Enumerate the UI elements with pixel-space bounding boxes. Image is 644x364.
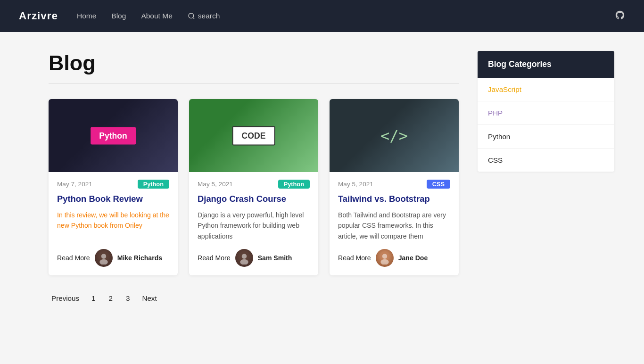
svg-point-7 xyxy=(380,259,389,265)
card-excerpt-2: Both Tailwind and Bootstrap are very pop… xyxy=(338,210,450,242)
nav-link-blog[interactable]: Blog xyxy=(111,12,126,20)
card-footer-1: Read More Sam Smith xyxy=(198,249,310,267)
card-image-2 xyxy=(330,99,459,172)
author-name-1: Sam Smith xyxy=(258,254,292,262)
card-body-1: May 5, 2021 Python Django Crash Course D… xyxy=(189,172,318,275)
page-container: Blog May 7, 2021 Python Python Book Revi… xyxy=(11,32,633,323)
card-tag-1[interactable]: Python xyxy=(278,180,310,189)
card-meta-2: May 5, 2021 CSS xyxy=(338,180,450,189)
card-image-0 xyxy=(49,99,178,172)
sidebar-item-php[interactable]: PHP xyxy=(478,101,614,125)
search-icon xyxy=(188,12,195,20)
cards-grid: May 7, 2021 Python Python Book Review In… xyxy=(49,99,459,275)
card-title-2: Tailwind vs. Bootstrap xyxy=(338,193,450,205)
author-name-0: Mike Richards xyxy=(117,254,162,262)
svg-line-1 xyxy=(193,17,194,19)
sidebar-categories-title: Blog Categories xyxy=(478,51,614,78)
card-tag-0[interactable]: Python xyxy=(138,180,169,189)
svg-point-2 xyxy=(101,254,106,259)
nav-search[interactable]: search xyxy=(188,12,220,20)
author-avatar-0 xyxy=(95,249,113,267)
svg-point-5 xyxy=(240,259,248,265)
nav-brand[interactable]: Arzivre xyxy=(19,10,58,22)
svg-point-3 xyxy=(99,259,108,265)
svg-point-0 xyxy=(189,13,194,18)
sidebar-item-python[interactable]: Python xyxy=(478,125,614,149)
author-avatar-1 xyxy=(235,249,253,267)
read-more-0[interactable]: Read More xyxy=(57,254,90,262)
blog-card-0: May 7, 2021 Python Python Book Review In… xyxy=(49,99,178,275)
pagination-previous[interactable]: Previous xyxy=(49,292,82,304)
author-name-2: Jane Doe xyxy=(398,254,428,262)
page-title: Blog xyxy=(49,51,459,75)
card-title-1: Django Crash Course xyxy=(198,193,310,205)
sidebar-item-javascript[interactable]: JavaScript xyxy=(478,78,614,101)
card-body-2: May 5, 2021 CSS Tailwind vs. Bootstrap B… xyxy=(330,172,459,275)
sidebar-categories: Blog Categories JavaScript PHP Python CS… xyxy=(478,51,614,172)
read-more-2[interactable]: Read More xyxy=(338,254,371,262)
nav-link-home[interactable]: Home xyxy=(77,12,96,20)
svg-point-6 xyxy=(382,254,387,259)
sidebar: Blog Categories JavaScript PHP Python CS… xyxy=(478,51,614,304)
pagination-page-2[interactable]: 2 xyxy=(105,292,116,304)
search-label: search xyxy=(198,12,220,20)
blog-card-2: May 5, 2021 CSS Tailwind vs. Bootstrap B… xyxy=(330,99,459,275)
card-title-0: Python Book Review xyxy=(57,193,169,205)
read-more-1[interactable]: Read More xyxy=(198,254,231,262)
card-tag-2[interactable]: CSS xyxy=(427,180,450,189)
title-divider xyxy=(49,83,459,84)
pagination-page-3[interactable]: 3 xyxy=(122,292,133,304)
nav-links: Home Blog About Me search xyxy=(77,12,615,20)
sidebar-item-css[interactable]: CSS xyxy=(478,149,614,172)
pagination-next[interactable]: Next xyxy=(139,292,159,304)
card-body-0: May 7, 2021 Python Python Book Review In… xyxy=(49,172,178,275)
pagination: Previous 1 2 3 Next xyxy=(49,292,459,304)
author-avatar-2 xyxy=(376,249,394,267)
card-image-1 xyxy=(189,99,318,172)
card-date-1: May 5, 2021 xyxy=(198,181,233,188)
nav-link-about[interactable]: About Me xyxy=(141,12,172,20)
card-excerpt-0: In this review, we will be looking at th… xyxy=(57,210,169,242)
github-icon[interactable] xyxy=(615,10,625,22)
card-date-2: May 5, 2021 xyxy=(338,181,373,188)
blog-card-1: May 5, 2021 Python Django Crash Course D… xyxy=(189,99,318,275)
main-content: Blog May 7, 2021 Python Python Book Revi… xyxy=(49,51,459,304)
card-meta-0: May 7, 2021 Python xyxy=(57,180,169,189)
card-footer-2: Read More Jane Doe xyxy=(338,249,450,267)
pagination-page-1[interactable]: 1 xyxy=(88,292,99,304)
card-meta-1: May 5, 2021 Python xyxy=(198,180,310,189)
card-date-0: May 7, 2021 xyxy=(57,181,92,188)
card-excerpt-1: Django is a very powerful, high level Py… xyxy=(198,210,310,242)
card-footer-0: Read More Mike Richards xyxy=(57,249,169,267)
svg-point-4 xyxy=(241,254,247,259)
navbar: Arzivre Home Blog About Me search xyxy=(0,0,644,32)
